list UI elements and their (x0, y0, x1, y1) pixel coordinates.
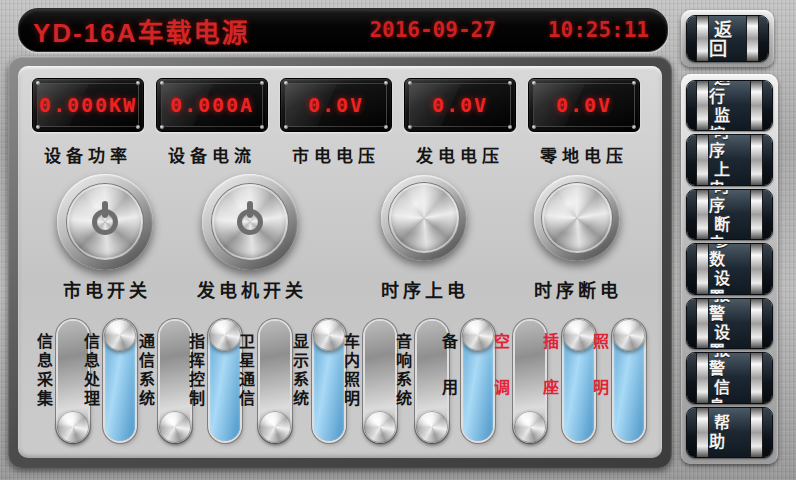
switch-cabin-lighting: 车内照明 (339, 321, 395, 447)
help-face: 帮助 (709, 408, 750, 457)
switch-label: 插座 (538, 333, 560, 447)
button-label-line2: 上电 (709, 160, 750, 186)
mains-switch-knob[interactable] (57, 174, 153, 270)
button-end-cap (687, 244, 696, 293)
switch-label: 信息处理 (79, 333, 101, 447)
alarm-info-face: 报警 信息 (709, 353, 750, 402)
device-power-readout: 0.000KW (32, 78, 144, 132)
alarm-settings-button[interactable]: 报警 设置 (686, 298, 773, 349)
button-label-line1: 报警 (709, 352, 750, 378)
switch-knob[interactable] (259, 411, 291, 443)
button-metal-cap (696, 135, 709, 184)
time-display: 10:25:11 (548, 18, 649, 42)
switch-label: 车内照明 (339, 333, 361, 447)
device-power-value: 0.000KW (39, 93, 137, 117)
run-monitor-face: 运行 监控 (709, 81, 750, 130)
button-end-cap (763, 353, 772, 402)
button-label-line2: 设置 (709, 323, 750, 349)
switch-knob[interactable] (613, 319, 645, 351)
button-label-line2: 断电 (709, 215, 750, 241)
switch-label: 备用 (437, 333, 459, 447)
button-label-line1: 时序 (709, 134, 750, 160)
switch-label: 显示系统 (288, 333, 310, 447)
parameter-settings-button[interactable]: 参数 设置 (686, 243, 773, 294)
button-end-cap (763, 408, 772, 457)
power-icon (92, 209, 118, 235)
button-label-line2: 监控 (709, 106, 750, 132)
back-button[interactable]: 返回 (686, 15, 769, 62)
button-label-line1: 运行 (709, 80, 750, 106)
button-label-line2: 信息 (709, 378, 750, 404)
switch-label: 卫星通信 (234, 333, 256, 447)
toggle-switch[interactable] (260, 321, 290, 441)
knob-face (389, 183, 459, 253)
mains-switch-label: 市电开关 (63, 276, 151, 302)
knob-face (67, 184, 143, 260)
button-metal-cap (750, 81, 763, 130)
sequence-power-off-face: 时序 断电 (709, 190, 750, 239)
button-metal-cap (750, 408, 763, 457)
toggle-switch[interactable] (105, 321, 135, 441)
generator-voltage-label: 发电电压 (404, 142, 516, 167)
switch-label: 照明 (588, 333, 610, 447)
app-title: YD-16A车载电源 (33, 12, 249, 49)
sidebar-button-group: 运行 监控 时序 上电 时序 断电 参数 设置 报警 设置 (681, 74, 778, 464)
neutral-ground-voltage-value: 0.0V (556, 93, 612, 117)
help-button[interactable]: 帮助 (686, 407, 773, 458)
button-end-cap (763, 244, 772, 293)
switch-lighting: 照明 (588, 321, 644, 447)
sequence-power-on-face: 时序 上电 (709, 135, 750, 184)
device-power-label: 设备功率 (32, 142, 144, 167)
button-metal-cap (750, 353, 763, 402)
sequence-power-off-label: 时序断电 (534, 276, 622, 302)
readout-row: 0.000KW 0.000A 0.0V 0.0V 0.0V (32, 78, 640, 132)
main-panel-surface: 0.000KW 0.000A 0.0V 0.0V 0.0V (18, 66, 662, 458)
button-end-cap (763, 81, 772, 130)
button-metal-cap (696, 190, 709, 239)
button-label-line1: 参数 (709, 243, 750, 269)
run-monitor-button[interactable]: 运行 监控 (686, 80, 773, 131)
button-end-cap (687, 16, 696, 61)
switch-label: 指挥控制 (184, 333, 206, 447)
button-label-line1: 帮助 (709, 413, 750, 451)
switch-label: 空调 (489, 333, 511, 447)
device-current-value: 0.000A (170, 93, 254, 117)
sequence-power-on-knob[interactable] (381, 175, 467, 261)
switch-label: 信息采集 (32, 333, 54, 447)
switch-communication-system: 通信系统 (134, 321, 190, 447)
sequence-power-off-button[interactable]: 时序 断电 (686, 189, 773, 240)
neutral-ground-voltage-readout: 0.0V (528, 78, 640, 132)
switch-command-control: 指挥控制 (184, 321, 240, 447)
switch-spare: 备用 (437, 321, 493, 447)
switch-satellite-comm: 卫星通信 (234, 321, 290, 447)
button-end-cap (687, 353, 696, 402)
sequence-power-off-knob[interactable] (534, 175, 620, 261)
mains-voltage-readout: 0.0V (280, 78, 392, 132)
device-current-label: 设备电流 (156, 142, 268, 167)
switch-knob[interactable] (104, 319, 136, 351)
device-current-readout: 0.000A (156, 78, 268, 132)
mains-voltage-value: 0.0V (308, 93, 364, 117)
sequence-power-on-button[interactable]: 时序 上电 (686, 134, 773, 185)
back-button-label: 返回 (709, 20, 746, 58)
date-display: 2016-09-27 (369, 18, 495, 42)
alarm-info-button[interactable]: 报警 信息 (686, 352, 773, 403)
toggle-switch[interactable] (614, 321, 644, 441)
back-button-face: 返回 (709, 16, 746, 61)
switch-label: 音响系统 (391, 333, 413, 447)
mains-voltage-label: 市电电压 (280, 142, 392, 167)
title-bar: YD-16A车载电源 2016-09-27 10:25:11 (18, 8, 668, 52)
generator-switch-knob[interactable] (202, 174, 298, 270)
switch-label: 通信系统 (134, 333, 156, 447)
switch-info-processing: 信息处理 (79, 321, 135, 447)
button-end-cap (687, 408, 696, 457)
button-label-line1: 报警 (709, 298, 750, 324)
readout-labels: 设备功率 设备电流 市电电压 发电电压 零地电压 (32, 142, 640, 167)
generator-voltage-value: 0.0V (432, 93, 488, 117)
button-end-cap (687, 81, 696, 130)
knob-face (542, 183, 612, 253)
button-end-cap (687, 299, 696, 348)
main-panel: 0.000KW 0.000A 0.0V 0.0V 0.0V (8, 56, 672, 468)
button-end-cap (687, 190, 696, 239)
button-end-cap (759, 16, 768, 61)
